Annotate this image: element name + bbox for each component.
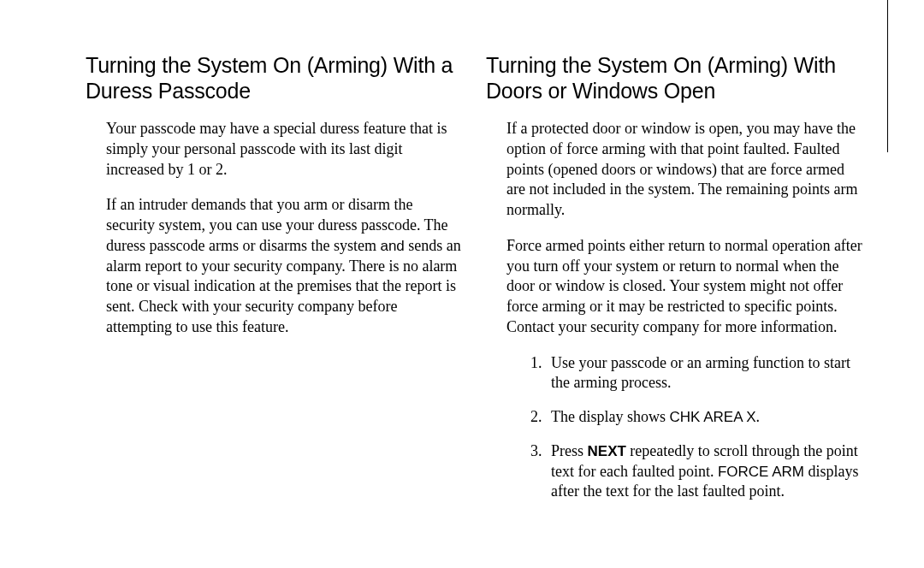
left-body: Your passcode may have a special duress … xyxy=(86,119,462,338)
document-page: Turning the System On (Arming) With a Du… xyxy=(0,0,924,568)
right-body: If a protected door or window is open, y… xyxy=(486,119,862,502)
section-title-force-arm: Turning the System On (Arming) With Door… xyxy=(486,53,862,104)
display-text-force-arm: FORCE ARM xyxy=(718,464,804,480)
left-column: Turning the System On (Arming) With a Du… xyxy=(86,53,462,516)
two-column-layout: Turning the System On (Arming) With a Du… xyxy=(86,53,890,516)
step-2-text-b: . xyxy=(756,408,761,425)
step-2: The display shows CHK AREA X. xyxy=(546,407,862,428)
duress-paragraph-1: Your passcode may have a special duress … xyxy=(106,119,462,180)
step-3-text-a: Press xyxy=(551,442,588,459)
force-arm-paragraph-2: Force armed points either return to norm… xyxy=(506,236,862,338)
duress-paragraph-2: If an intruder demands that you arm or d… xyxy=(106,195,462,337)
step-2-text-a: The display shows xyxy=(551,408,670,425)
display-text-chk-area: CHK AREA X xyxy=(670,409,756,425)
right-column: Turning the System On (Arming) With Door… xyxy=(486,53,862,516)
force-arm-paragraph-1: If a protected door or window is open, y… xyxy=(506,119,862,221)
vertical-divider xyxy=(887,0,888,152)
step-1-text: Use your passcode or an arming function … xyxy=(551,354,850,392)
steps-list: Use your passcode or an arming function … xyxy=(506,353,862,503)
step-3: Press NEXT repeatedly to scroll through … xyxy=(546,441,862,502)
section-title-duress: Turning the System On (Arming) With a Du… xyxy=(86,53,462,104)
button-label-next: NEXT xyxy=(588,443,626,459)
inline-sans-and: and xyxy=(380,238,404,254)
step-1: Use your passcode or an arming function … xyxy=(546,353,862,394)
